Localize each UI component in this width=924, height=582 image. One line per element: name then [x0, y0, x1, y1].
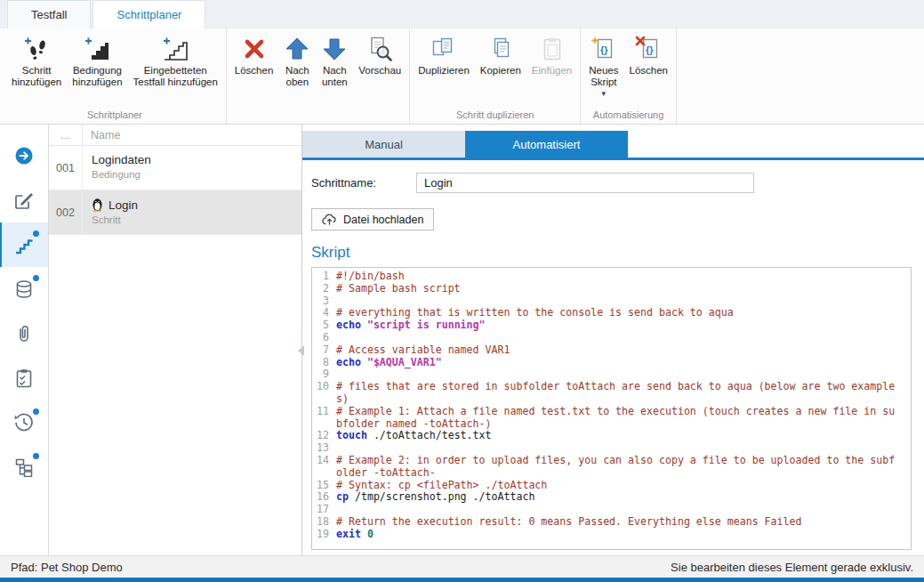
delete-x-icon — [241, 36, 268, 62]
content-area: ... Name 001LogindatenBedingung002LoginS… — [0, 125, 924, 555]
code-segment: # Example 2: in order to upload files, y… — [336, 454, 895, 479]
step-list-header: ... Name — [49, 125, 301, 146]
code-segment: # Access variable named VAR1 — [336, 344, 510, 356]
code-text: # Access variable named VAR1 — [336, 344, 898, 357]
ribbon-button-label: Kopieren — [480, 65, 521, 77]
circle-arrow-icon — [14, 146, 34, 166]
column-header-more: ... — [49, 125, 83, 145]
sidebar-item-navigate[interactable] — [0, 133, 48, 178]
ribbon-group-label: Schrittplaner — [6, 109, 223, 123]
code-line: 19exit 0 — [312, 529, 911, 541]
ribbon-button-duplizieren[interactable]: Duplizieren — [413, 31, 475, 78]
line-number: 15 — [312, 480, 336, 492]
sidebar-item-edit[interactable] — [0, 178, 48, 222]
ribbon-button-loschen[interactable]: {}Löschen — [624, 31, 673, 78]
code-line: 12touch ./toAttach/test.txt — [312, 430, 911, 442]
tab-manual[interactable]: Manual — [302, 131, 465, 158]
tab-automatisiert[interactable]: Automatisiert — [465, 131, 628, 158]
step-type: Bedingung — [92, 169, 293, 180]
code-text — [336, 295, 898, 308]
paperclip-icon — [14, 324, 34, 344]
copy-icon — [487, 36, 514, 62]
code-line: 14# Example 2: in order to upload files,… — [312, 455, 911, 480]
ribbon-group-automatisierung: {}Neues Skript▾{}LöschenAutomatisierung — [581, 28, 677, 124]
ribbon-button-bedingung-hinzufugen[interactable]: Bedingung hinzufügen — [67, 31, 127, 90]
line-number: 19 — [312, 529, 336, 541]
ribbon-group-label: Automatisierung — [583, 109, 673, 123]
sidebar-item-dependencies[interactable] — [0, 445, 48, 489]
ribbon-button-schritt-hinzufugen[interactable]: Schritt hinzufügen — [6, 31, 67, 90]
line-number: 17 — [312, 504, 336, 516]
ribbon-button-label: Löschen — [630, 65, 668, 77]
line-number: 6 — [312, 332, 336, 344]
schrittname-input[interactable] — [416, 173, 754, 193]
code-text — [336, 504, 898, 516]
duplicate-icon — [430, 36, 457, 62]
sidebar-item-checklist[interactable] — [0, 356, 48, 400]
code-line: 5echo "script is running" — [312, 319, 911, 332]
sidebar-item-data[interactable] — [0, 267, 48, 311]
ribbon-group-label — [229, 109, 406, 123]
arrow-up-icon — [284, 36, 310, 62]
ribbon-button-einfugen[interactable]: Einfügen — [526, 31, 577, 78]
ribbon-button-neues-skript[interactable]: {}Neues Skript▾ — [583, 31, 623, 99]
code-segment: echo — [336, 356, 361, 368]
embedded-add-icon — [162, 36, 189, 62]
schrittname-label: Schrittname: — [311, 176, 416, 190]
code-segment: /tmp/screnshot.png ./toAttach — [349, 490, 534, 503]
ribbon-button-kopieren[interactable]: Kopieren — [475, 31, 526, 78]
sidebar-item-attachments[interactable] — [0, 311, 48, 356]
code-text: # Example 1: Attach a file named test.tx… — [336, 406, 898, 431]
ribbon-button-vorschau[interactable]: Vorschau — [353, 31, 406, 78]
status-path: Pfad: Pet Shop Demo — [11, 561, 123, 574]
code-line: 7# Access variable named VAR1 — [312, 344, 911, 357]
ribbon-group-schritt-duplizieren: DuplizierenKopierenEinfügenSchritt dupli… — [410, 28, 581, 124]
notification-dot — [33, 453, 39, 459]
ribbon-group-buttons: DuplizierenKopierenEinfügen — [413, 31, 577, 109]
ribbon-button-label: Nach oben — [285, 65, 309, 88]
ribbon-button-loschen[interactable]: Löschen — [229, 31, 278, 78]
step-row-001[interactable]: 001LogindatenBedingung — [49, 146, 301, 190]
ribbon-button-eingebetteten-testfall-hinzufugen[interactable]: Eingebetteten Testfall hinzufügen — [128, 31, 223, 90]
notification-dot — [33, 408, 39, 415]
code-segment: echo — [336, 319, 361, 331]
code-text: # Sample bash script — [336, 283, 898, 295]
ribbon-button-nach-unten[interactable]: Nach unten — [316, 31, 353, 90]
top-tab-schrittplaner[interactable]: Schrittplaner — [92, 0, 205, 28]
code-line: 4# everything that is written to the con… — [312, 307, 911, 319]
collapse-panel-arrow-icon[interactable] — [298, 345, 304, 356]
step-type: Schritt — [92, 214, 293, 225]
code-text: echo "script is running" — [336, 319, 898, 332]
code-text — [336, 442, 898, 455]
stairs-add-icon — [84, 36, 110, 62]
code-line: 9 — [312, 368, 911, 381]
sidebar-item-history[interactable] — [0, 400, 48, 445]
code-segment: # Syntax: cp <filePath> ./toAttach — [336, 479, 547, 491]
top-tab-testfall[interactable]: Testfall — [7, 0, 91, 28]
code-segment: # Return the execution result: 0 means P… — [336, 515, 802, 528]
code-line: 2# Sample bash script — [312, 283, 911, 295]
code-segment: # everything that is written to the cons… — [336, 306, 734, 319]
status-lock-message: Sie bearbeiten dieses Element gerade exk… — [671, 561, 913, 574]
code-line: 17 — [312, 504, 911, 516]
ribbon-tab-bar: TestfallSchrittplaner — [0, 0, 924, 28]
ribbon-button-label: Schritt hinzufügen — [12, 65, 61, 88]
bottom-accent-bar — [0, 578, 924, 582]
upload-file-button[interactable]: Datei hochladen — [311, 208, 434, 230]
ribbon-button-nach-oben[interactable]: Nach oben — [278, 31, 316, 90]
sidebar-item-steps[interactable] — [0, 222, 48, 267]
code-text: #!/bin/bash — [336, 271, 898, 283]
main-panel: ManualAutomatisiert Schrittname: Datei h… — [302, 125, 924, 555]
ribbon-button-label: Bedingung hinzufügen — [72, 65, 122, 88]
ribbon: Schritt hinzufügenBedingung hinzufügenEi… — [0, 28, 924, 125]
step-row-002[interactable]: 002LoginSchritt — [49, 190, 301, 235]
script-editor[interactable]: 1#!/bin/bash2# Sample bash script34# eve… — [311, 267, 912, 550]
upload-file-label: Datei hochladen — [343, 214, 423, 226]
ribbon-button-label: Duplizieren — [418, 65, 470, 77]
cloud-upload-icon — [322, 214, 337, 225]
step-list-panel: ... Name 001LogindatenBedingung002LoginS… — [49, 125, 302, 555]
preview-icon — [366, 36, 393, 62]
ribbon-group-buttons: LöschenNach obenNach untenVorschau — [229, 31, 406, 109]
new-script-icon: {} — [591, 36, 617, 62]
line-number: 7 — [312, 344, 336, 357]
